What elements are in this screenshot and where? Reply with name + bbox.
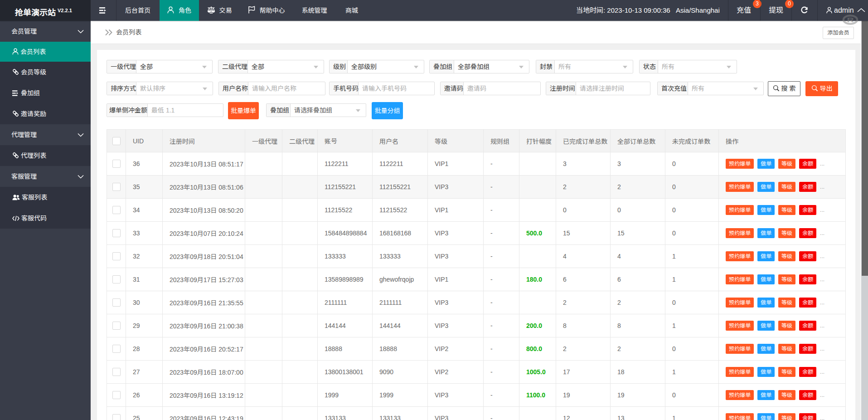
svg-text:R: R [847, 16, 853, 24]
